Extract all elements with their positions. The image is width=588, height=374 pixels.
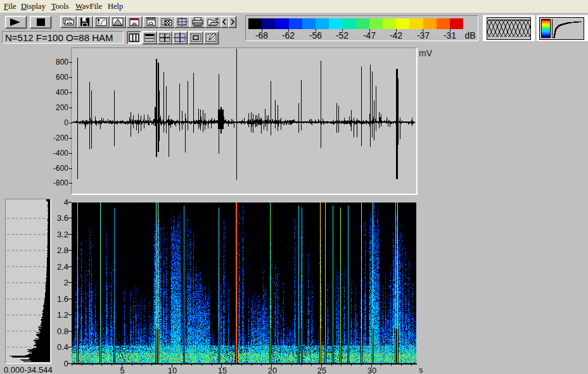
svg-text:S: S [183,20,187,26]
